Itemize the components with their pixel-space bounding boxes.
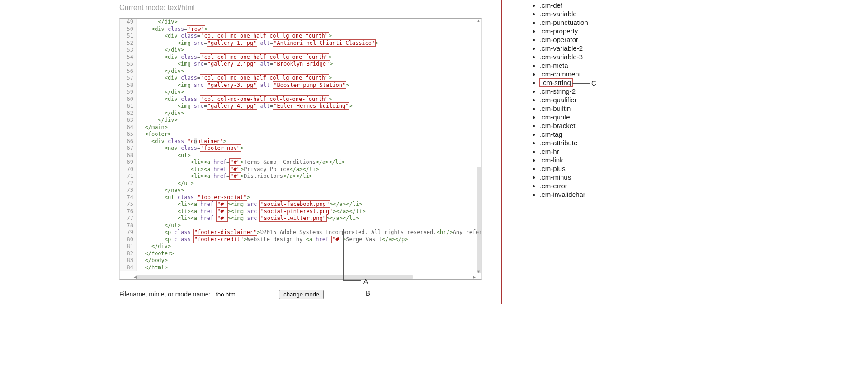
code-line[interactable]: 63 </div> — [120, 117, 481, 124]
code-line[interactable]: 57 <div class="col col-md-one-half col-l… — [120, 75, 481, 82]
selector-list-item[interactable]: .cm-comment — [540, 70, 622, 78]
selector-list-item[interactable]: .cm-link — [540, 156, 622, 164]
code-line[interactable]: 71 <li><a href="#">Distributors</a></li> — [120, 173, 481, 180]
selector-list-item[interactable]: .cm-qualifier — [540, 95, 622, 104]
line-number: 78 — [120, 222, 137, 229]
line-number: 67 — [120, 145, 137, 152]
code-line[interactable]: 60 <div class="col col-md-one-half col-l… — [120, 96, 481, 103]
line-number: 65 — [120, 131, 137, 138]
line-number: 58 — [120, 82, 137, 89]
scrollbar-vertical[interactable] — [477, 167, 481, 273]
selector-list-item[interactable]: .cm-minus — [540, 173, 622, 181]
code-line[interactable]: 66 <div class="container"> — [120, 138, 481, 145]
selector-list-item[interactable]: .cm-punctuation — [540, 18, 622, 27]
callout-b — [302, 278, 370, 292]
line-number: 62 — [120, 110, 137, 117]
line-number: 60 — [120, 96, 137, 103]
code-line[interactable]: 68 <ul> — [120, 152, 481, 159]
line-number: 59 — [120, 89, 137, 96]
code-line[interactable]: 49 </div> — [120, 19, 481, 26]
code-line[interactable]: 80 <p class="footer-credit">Website desi… — [120, 236, 481, 243]
code-line[interactable]: 83 </body> — [120, 257, 481, 264]
code-line[interactable]: 72 </ul> — [120, 180, 481, 187]
line-number: 70 — [120, 166, 137, 173]
selector-list-item[interactable]: .cm-operator — [540, 35, 622, 44]
selector-list-item[interactable]: .cm-plus — [540, 164, 622, 173]
selector-list-item[interactable]: .cm-hr — [540, 147, 622, 156]
selector-list-item[interactable]: .cm-invalidchar — [540, 190, 622, 199]
scroll-up-icon[interactable]: ▲ — [476, 19, 481, 23]
scroll-left-icon[interactable]: ◀ — [133, 275, 137, 279]
code-line[interactable]: 61 <img src="gallery-4.jpg" alt="Euler H… — [120, 103, 481, 110]
mode-line: Current mode: text/html — [119, 0, 482, 18]
selector-list-item[interactable]: .cm-string — [540, 78, 622, 87]
code-line[interactable]: 82 </footer> — [120, 250, 481, 258]
selector-list-item[interactable]: .cm-variable-3 — [540, 52, 622, 61]
code-line[interactable]: 76 <li><a href="#"><img src="social-pint… — [120, 208, 481, 215]
line-number: 61 — [120, 103, 137, 110]
code-line[interactable]: 55 <img src="gallery-2.jpg" alt="Brookly… — [120, 61, 481, 68]
selector-list-item[interactable]: .cm-builtin — [540, 104, 622, 113]
code-line[interactable]: 50 <div class="row"> — [120, 26, 481, 33]
line-number: 64 — [120, 124, 137, 131]
scroll-down-icon[interactable]: ▼ — [476, 269, 481, 274]
selector-list-item[interactable]: .cm-variable — [540, 10, 622, 18]
code-line[interactable]: 77 <li><a href="#"><img src="social-twit… — [120, 215, 481, 222]
code-line[interactable]: 62 </div> — [120, 110, 481, 117]
code-line[interactable]: 73 </nav> — [120, 187, 481, 194]
code-line[interactable]: 69 <li><a href="#">Terms &amp; Condition… — [120, 159, 481, 166]
line-number: 77 — [120, 215, 137, 222]
line-number: 75 — [120, 201, 137, 208]
selector-list-item[interactable]: .cm-bracket — [540, 121, 622, 130]
code-line[interactable]: 78 </ul> — [120, 222, 481, 229]
selector-list: .cm-def.cm-variable.cm-punctuation.cm-pr… — [532, 1, 622, 199]
code-line[interactable]: 58 <img src="gallery-3.jpg" alt="Booster… — [120, 82, 481, 89]
selector-list-item[interactable]: .cm-string-2 — [540, 87, 622, 95]
code-editor[interactable]: 49 </div>50 <div class="row">51 <div cla… — [119, 18, 482, 280]
callout-a — [343, 229, 371, 281]
code-line[interactable]: 64 </main> — [120, 124, 481, 131]
scroll-right-icon[interactable]: ▶ — [473, 275, 476, 279]
selector-list-item[interactable]: .cm-tag — [540, 130, 622, 138]
code-line[interactable]: 81 </div> — [120, 243, 481, 250]
code-line[interactable]: 54 <div class="col col-md-one-half col-l… — [120, 54, 481, 61]
line-number: 54 — [120, 54, 137, 61]
selector-list-item[interactable]: .cm-attribute — [540, 138, 622, 147]
code-line[interactable]: 67 <nav class="footer-nav"> — [120, 145, 481, 152]
code-line[interactable]: 53 </div> — [120, 47, 481, 54]
line-number: 69 — [120, 159, 137, 166]
line-number: 55 — [120, 61, 137, 68]
line-number: 80 — [120, 236, 137, 243]
code-line[interactable]: 59 </div> — [120, 89, 481, 96]
code-line[interactable]: 84 </html> — [120, 264, 481, 272]
code-line[interactable]: 74 <ul class="footer-social"> — [120, 194, 481, 201]
line-number: 71 — [120, 173, 137, 180]
selector-list-item[interactable]: .cm-error — [540, 181, 622, 190]
scrollbar-horizontal[interactable] — [136, 275, 413, 279]
line-number: 84 — [120, 264, 137, 272]
code-line[interactable]: 56 </div> — [120, 68, 481, 75]
code-line[interactable]: 75 <li><a href="#"><img src="social-face… — [120, 201, 481, 208]
callout-c — [572, 83, 590, 84]
code-line[interactable]: 70 <li><a href="#">Privacy Policy</a></l… — [120, 166, 481, 173]
line-number: 79 — [120, 229, 137, 236]
line-number: 74 — [120, 194, 137, 201]
code-line[interactable]: 79 <p class="footer-disclaimer">©2015 Ad… — [120, 229, 481, 236]
line-number: 83 — [120, 257, 137, 264]
filename-input[interactable] — [213, 290, 277, 299]
line-number: 49 — [120, 19, 137, 26]
selector-list-item[interactable]: .cm-property — [540, 27, 622, 35]
selector-list-item[interactable]: .cm-variable-2 — [540, 44, 622, 52]
code-line[interactable]: 65 <footer> — [120, 131, 481, 138]
filename-label: Filename, mime, or mode name: — [119, 291, 211, 298]
line-number: 68 — [120, 152, 137, 159]
line-number: 63 — [120, 117, 137, 124]
line-number: 72 — [120, 180, 137, 187]
code-line[interactable]: 52 <img src="gallery-1.jpg" alt="Antinor… — [120, 40, 481, 47]
vertical-divider — [501, 0, 502, 304]
selector-list-item[interactable]: .cm-quote — [540, 113, 622, 121]
selector-list-item[interactable]: .cm-def — [540, 1, 622, 10]
line-number: 52 — [120, 40, 137, 47]
code-line[interactable]: 51 <div class="col col-md-one-half col-l… — [120, 33, 481, 40]
selector-list-item[interactable]: .cm-meta — [540, 61, 622, 70]
